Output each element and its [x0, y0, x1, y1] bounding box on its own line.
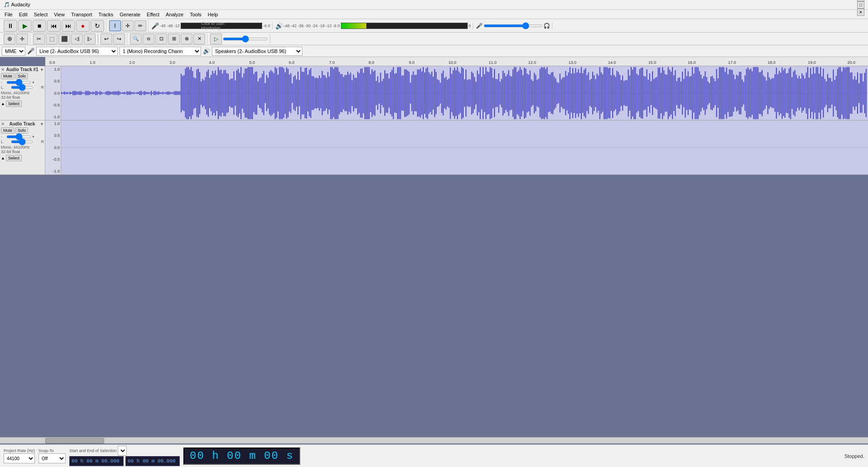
- playspeed-slider[interactable]: [223, 38, 268, 40]
- svg-rect-496: [764, 77, 765, 109]
- menu-tracks[interactable]: Tracks: [96, 11, 116, 18]
- svg-rect-390: [614, 75, 614, 111]
- svg-rect-76: [167, 91, 168, 95]
- hscrollbar[interactable]: [0, 437, 868, 443]
- pan-slider-1[interactable]: [11, 86, 34, 89]
- draw-tool-button[interactable]: ✏: [134, 20, 146, 31]
- copy-button[interactable]: ⬚: [46, 34, 58, 44]
- input-gain-slider[interactable]: [484, 24, 542, 27]
- svg-rect-552: [844, 67, 845, 118]
- skip-end-button[interactable]: ⏭: [62, 20, 75, 32]
- menu-generate[interactable]: Generate: [117, 11, 143, 18]
- svg-rect-2: [61, 92, 62, 94]
- svg-rect-116: [223, 70, 224, 116]
- svg-rect-98: [198, 69, 199, 118]
- svg-rect-75: [165, 92, 166, 94]
- menu-tools[interactable]: Tools: [187, 11, 204, 18]
- ruler-label-18: 18.0: [767, 60, 776, 65]
- project-rate-select[interactable]: 44100: [4, 453, 35, 463]
- silencer-button[interactable]: ✕: [193, 34, 205, 44]
- zoom-out-track-button[interactable]: ⊖: [143, 34, 154, 44]
- selection-start-input[interactable]: [69, 456, 124, 466]
- pan-slider-2[interactable]: [11, 140, 34, 143]
- svg-rect-516: [793, 72, 794, 115]
- track-close-1[interactable]: ✕: [1, 67, 5, 72]
- track-dropdown-2[interactable]: ▼: [40, 122, 44, 126]
- track-close-2[interactable]: ✕: [1, 121, 5, 126]
- fit-project-button[interactable]: ⊞: [168, 34, 180, 44]
- svg-rect-541: [829, 78, 830, 108]
- snap-to-select[interactable]: Off: [38, 453, 66, 463]
- svg-rect-319: [513, 69, 513, 117]
- multi-tool-button[interactable]: ✛: [122, 20, 134, 31]
- paste-button[interactable]: ⬛: [58, 34, 70, 44]
- close-button[interactable]: ✕: [857, 9, 864, 16]
- menu-select[interactable]: Select: [31, 11, 51, 18]
- solo-button-1[interactable]: Solo: [15, 73, 28, 79]
- waveform-2[interactable]: [61, 120, 868, 174]
- maximize-button[interactable]: □: [857, 1, 864, 9]
- trim-right-button[interactable]: |▷: [84, 34, 96, 44]
- output-vu-meter[interactable]: [341, 23, 468, 29]
- collapse-icon-1[interactable]: ▲: [1, 101, 5, 106]
- pause-button[interactable]: ⏸: [4, 20, 17, 32]
- output-device-select[interactable]: Speakers (2- AudioBox USB 96): [212, 47, 302, 56]
- selection-mode-select[interactable]: ▼: [118, 446, 127, 456]
- zoom-toggle-button[interactable]: ⊗: [181, 34, 192, 44]
- svg-rect-528: [810, 68, 811, 118]
- svg-rect-408: [639, 69, 640, 117]
- svg-rect-355: [564, 77, 565, 109]
- ruler-label-11: 11.0: [489, 60, 497, 65]
- svg-rect-342: [545, 69, 546, 117]
- input-db-high: -6 0: [263, 24, 270, 28]
- input-device-select[interactable]: Line (2- AudioBox USB 96): [36, 47, 118, 56]
- svg-rect-143: [262, 74, 263, 112]
- svg-rect-69: [157, 92, 158, 94]
- svg-rect-124: [235, 81, 236, 106]
- mute-button-2[interactable]: Mute: [1, 127, 14, 134]
- multi-cursor-button[interactable]: ✛: [16, 34, 28, 44]
- channels-select[interactable]: 1 (Mono) Recording Chann: [120, 47, 201, 56]
- menu-effect[interactable]: Effect: [144, 11, 162, 18]
- undo-button[interactable]: ↩: [101, 34, 112, 44]
- zoom-in-track-button[interactable]: 🔍: [130, 34, 142, 44]
- loop-button[interactable]: ↻: [91, 20, 104, 32]
- play-at-speed-button[interactable]: ▷: [210, 34, 222, 44]
- host-select[interactable]: MME: [2, 47, 25, 56]
- svg-rect-364: [576, 72, 577, 114]
- collapse-icon-2[interactable]: ▲: [1, 156, 5, 160]
- hscroll-thumb[interactable]: [45, 438, 104, 443]
- select-btn-2[interactable]: Select: [6, 155, 22, 161]
- input-vu-meter[interactable]: Click to Start Monitoring: [181, 23, 262, 29]
- redo-button[interactable]: ↪: [113, 34, 125, 44]
- zoom-in-button[interactable]: ⊕: [4, 34, 15, 44]
- skip-start-button[interactable]: ⏮: [47, 20, 61, 32]
- menu-edit[interactable]: Edit: [16, 11, 30, 18]
- svg-rect-167: [296, 79, 297, 107]
- menu-help[interactable]: Help: [205, 11, 221, 18]
- menu-file[interactable]: File: [2, 11, 15, 18]
- stop-button[interactable]: ■: [33, 20, 46, 32]
- solo-button-2[interactable]: Solo: [15, 127, 28, 134]
- menu-transport[interactable]: Transport: [68, 11, 95, 18]
- cut-button[interactable]: ✂: [33, 34, 45, 44]
- selection-tool-button[interactable]: I: [109, 20, 121, 31]
- svg-rect-195: [336, 67, 337, 119]
- fit-selection-button[interactable]: ⊡: [155, 34, 167, 44]
- svg-rect-314: [505, 77, 506, 110]
- waveform-1[interactable]: [61, 66, 868, 120]
- menu-view[interactable]: View: [51, 11, 67, 18]
- play-button[interactable]: ▶: [18, 20, 32, 32]
- menu-analyze[interactable]: Analyze: [163, 11, 186, 18]
- mute-button-1[interactable]: Mute: [1, 73, 14, 79]
- svg-rect-306: [494, 69, 495, 117]
- select-btn-1[interactable]: Select: [6, 101, 22, 107]
- svg-rect-40: [115, 91, 116, 95]
- trim-left-button[interactable]: ◁|: [71, 34, 83, 44]
- svg-rect-357: [566, 76, 567, 111]
- svg-rect-550: [841, 72, 842, 115]
- record-button[interactable]: ●: [76, 20, 90, 32]
- selection-end-input[interactable]: [125, 456, 180, 466]
- svg-rect-54: [135, 92, 136, 93]
- track-dropdown-1[interactable]: ▼: [40, 67, 44, 72]
